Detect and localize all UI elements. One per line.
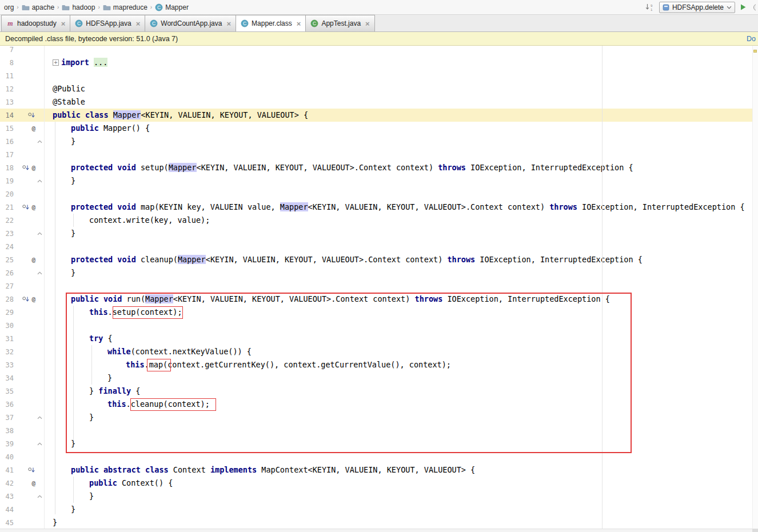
tab-hadoopstudy[interactable]: mhadoopstudy× (1, 15, 70, 31)
overridden-method-icon[interactable] (22, 204, 30, 211)
editor-gutter: 18@ (0, 161, 45, 174)
line-number: 45 (0, 519, 15, 527)
maven-icon: m (6, 19, 14, 27)
breadcrumb-label: mapreduce (113, 3, 147, 11)
horizontal-scrollbar[interactable] (0, 529, 758, 532)
fold-marker-icon[interactable] (37, 140, 42, 143)
code-text: protected void cleanup(Mapper<KEYIN, VAL… (45, 253, 643, 266)
annotation-gutter-icon[interactable]: @ (31, 296, 35, 302)
line-number: 31 (0, 335, 15, 343)
close-icon[interactable]: × (226, 20, 231, 27)
close-icon[interactable]: × (297, 20, 301, 27)
tab-WordCountApp.java[interactable]: CWordCountApp.java× (145, 15, 236, 31)
keyword-token: abstract (103, 465, 141, 474)
plain-token: @Stable (53, 97, 85, 106)
annotation-gutter-icon[interactable]: @ (31, 257, 35, 263)
chevron-right-icon: › (15, 4, 19, 10)
annotation-gutter-icon[interactable]: @ (31, 125, 35, 131)
folder-icon (103, 4, 111, 11)
annotation-gutter-icon[interactable]: @ (31, 204, 35, 210)
annotation-gutter-icon[interactable]: @ (31, 165, 35, 171)
code-editor[interactable]: 78+import ...1112@Public13@Stable14publi… (0, 46, 758, 529)
fold-marker-icon[interactable] (37, 416, 42, 419)
breadcrumb-label: Mapper (165, 3, 189, 11)
plain-token: Context (169, 465, 210, 474)
keyword-token: while (107, 347, 131, 356)
breadcrumb-item-mapreduce[interactable]: mapreduce (101, 3, 149, 12)
code-text: } (45, 516, 57, 529)
run-configuration-select[interactable]: HDFSApp.delete (659, 2, 735, 13)
svg-text:C: C (313, 21, 316, 26)
editor-gutter: 34 (0, 371, 45, 385)
code-line-22: 22context.write(key, value); (0, 214, 758, 227)
tab-HDFSApp.java[interactable]: CHDFSApp.java× (70, 15, 145, 31)
line-number: 11 (0, 72, 15, 80)
folded-ellipsis: ... (94, 58, 107, 67)
code-line-13: 13@Stable (0, 95, 758, 109)
run-button[interactable] (740, 3, 747, 11)
code-text: @Stable (45, 95, 85, 109)
banner-message: Decompiled .class file, bytecode version… (5, 35, 178, 43)
line-number: 42 (0, 479, 15, 487)
plain-token: <KEYIN, VALUEIN, KEYOUT, VALUEOUT>.Conte… (173, 294, 415, 303)
close-icon[interactable]: × (136, 20, 141, 27)
code-text: public class Mapper<KEYIN, VALUEIN, KEYO… (45, 109, 308, 122)
plain-token: IOException, InterruptedException { (475, 255, 643, 264)
keyword-token: void (117, 163, 136, 172)
line-number: 26 (0, 269, 15, 277)
overridden-method-icon[interactable] (28, 112, 35, 119)
tab-Mapper.class[interactable]: CMapper.class× (236, 15, 306, 31)
fold-marker-icon[interactable] (37, 179, 42, 183)
breadcrumb-item-hadoop[interactable]: hadoop (60, 3, 97, 12)
fold-marker-icon[interactable] (37, 442, 42, 446)
code-line-35: 35} finally { (0, 385, 758, 398)
fold-marker-icon[interactable] (37, 271, 42, 275)
breadcrumb-item-apache[interactable]: apache (20, 3, 56, 12)
line-number: 19 (0, 177, 15, 185)
breadcrumb-item-Mapper[interactable]: CMapper (153, 3, 190, 12)
keyword-token: public (71, 294, 99, 303)
code-text: } (45, 411, 94, 424)
close-icon[interactable]: × (365, 20, 370, 27)
code-line-34: 34} (0, 371, 758, 385)
overridden-method-icon[interactable] (22, 165, 30, 171)
vertical-scrollbar[interactable] (752, 46, 758, 529)
sort-descending-icon[interactable]: 91 (645, 3, 655, 11)
breadcrumb-item-org[interactable]: org (2, 3, 15, 12)
breadcrumb-label: org (4, 3, 14, 11)
plain-token: <KEYIN, VALUEIN, KEYOUT, VALUEOUT>.Conte… (206, 255, 448, 264)
collapsed-fold-icon[interactable]: + (53, 59, 59, 66)
line-number: 34 (0, 374, 15, 382)
plain-token: map(KEYIN key, VALUEIN value, (136, 202, 280, 211)
chevron-right-icon: › (56, 4, 60, 10)
editor-gutter: 20 (0, 187, 45, 201)
plain-token (141, 465, 145, 474)
close-icon[interactable]: × (61, 20, 66, 27)
tab-label: WordCountApp.java (161, 19, 222, 27)
highlighted-identifier: Mapper (280, 202, 308, 211)
code-text: } (45, 174, 75, 187)
code-text: protected void map(KEYIN key, VALUEIN va… (45, 201, 745, 214)
line-number: 38 (0, 427, 15, 435)
plain-token: .cleanup(context); (126, 399, 210, 409)
editor-gutter: 27 (0, 279, 45, 293)
tab-AppTest.java[interactable]: CAppTest.java× (305, 15, 374, 31)
fold-marker-icon[interactable] (37, 495, 42, 498)
banner-link[interactable]: Do (747, 35, 756, 43)
plain-token: Mapper() { (99, 123, 150, 133)
overridden-method-icon[interactable] (22, 296, 30, 303)
overridden-method-icon[interactable] (28, 467, 35, 474)
keyword-token: protected (71, 163, 113, 172)
code-text: protected void setup(Mapper<KEYIN, VALUE… (45, 161, 633, 174)
code-text: public Mapper() { (45, 122, 150, 135)
fold-marker-icon[interactable] (37, 232, 42, 235)
keyword-token: public (71, 465, 99, 474)
inspection-indicator (753, 50, 757, 53)
keyword-token: this (126, 360, 145, 369)
code-line-40: 40 (0, 450, 758, 463)
code-text: public Context() { (45, 477, 173, 490)
annotation-gutter-icon[interactable]: @ (31, 480, 35, 486)
code-text: } (45, 227, 75, 240)
line-number: 27 (0, 282, 15, 290)
plain-token: IOException, InterruptedException { (577, 202, 745, 211)
